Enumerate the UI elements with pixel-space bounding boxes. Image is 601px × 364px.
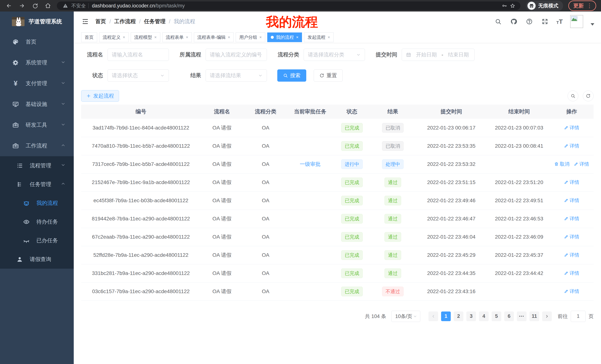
page-button-2[interactable]: 2 xyxy=(454,312,463,321)
process-name-label: 流程名 xyxy=(81,51,103,58)
cell-status: 已完成 xyxy=(332,282,371,301)
detail-link[interactable]: 详情 xyxy=(564,288,579,295)
sidebar-item-done-tasks[interactable]: 已办任务 xyxy=(0,231,74,250)
start-process-button[interactable]: 发起流程 xyxy=(81,90,119,102)
result-select[interactable]: 请选择流结果 xyxy=(206,69,267,82)
status-badge: 通过 xyxy=(384,232,401,242)
process-name-input[interactable] xyxy=(108,49,169,61)
table-row: 7317cec6-7b9b-11ec-b5b7-acde48001122OA 请… xyxy=(81,155,594,173)
page-button-3[interactable]: 3 xyxy=(466,312,476,321)
breadcrumb-task-management[interactable]: 任务管理 xyxy=(144,18,165,25)
search-icon xyxy=(283,73,288,78)
detail-link[interactable]: 详情 xyxy=(564,143,579,149)
password-key-icon[interactable] xyxy=(500,2,509,10)
tab-process-form[interactable]: 流程表单× xyxy=(162,32,192,42)
sidebar-item-system[interactable]: 系统管理 xyxy=(0,52,74,73)
address-bar[interactable]: 不安全 dashboard.yudao.iocoder.cn/bpm/task/… xyxy=(57,1,521,10)
not-secure-warning-icon[interactable] xyxy=(61,2,70,10)
page-button-11[interactable]: 11 xyxy=(530,312,539,321)
fullscreen-icon[interactable] xyxy=(541,18,549,26)
cell-status: 已完成 xyxy=(332,192,371,210)
avatar[interactable] xyxy=(570,15,583,28)
next-page-button[interactable] xyxy=(542,312,552,321)
github-icon[interactable] xyxy=(510,18,518,26)
close-icon[interactable]: × xyxy=(296,35,299,40)
cell-status: 已完成 xyxy=(332,210,371,228)
tab-process-model[interactable]: 流程模型× xyxy=(131,32,160,42)
status-badge: 通过 xyxy=(384,178,401,187)
breadcrumb-workflow[interactable]: 工作流程 xyxy=(114,18,136,25)
prev-page-button[interactable] xyxy=(429,312,438,321)
detail-link[interactable]: 详情 xyxy=(564,179,579,185)
cancel-link[interactable]: 取消 xyxy=(554,161,570,167)
detail-link[interactable]: 详情 xyxy=(564,270,579,277)
cell-actions: 详情 xyxy=(550,264,594,282)
tab-user-group[interactable]: 用户分组× xyxy=(236,32,265,42)
logo[interactable]: 芋道管理系统 xyxy=(0,11,74,31)
cell-end-time: 2022-01-22 23:46:53 xyxy=(489,210,550,228)
sidebar-item-process-management[interactable]: 流程管理 xyxy=(0,156,74,175)
detail-link[interactable]: 详情 xyxy=(564,215,579,222)
tab-start-process[interactable]: 发起流程× xyxy=(304,32,334,42)
page-size-select[interactable]: 10条/页 xyxy=(391,311,420,322)
reload-icon[interactable] xyxy=(31,2,39,10)
toggle-search-button[interactable] xyxy=(568,91,578,101)
collapse-sidebar-icon[interactable] xyxy=(81,18,89,26)
sidebar-item-home[interactable]: 首页 xyxy=(0,31,74,52)
bookmark-star-icon[interactable] xyxy=(509,2,517,10)
detail-link[interactable]: 详情 xyxy=(564,252,579,258)
browser-menu-icon[interactable]: ⋮ xyxy=(587,3,592,9)
page-button-1[interactable]: 1 xyxy=(441,312,451,321)
detail-link[interactable]: 详情 xyxy=(574,161,589,167)
update-button[interactable]: 更新 ⋮ xyxy=(568,0,596,11)
page-button-4[interactable]: 4 xyxy=(479,312,489,321)
refresh-table-button[interactable] xyxy=(583,91,594,101)
home-icon[interactable] xyxy=(44,2,52,10)
help-icon[interactable] xyxy=(525,18,533,26)
cell-current-task xyxy=(288,282,332,301)
font-size-icon[interactable]: TT xyxy=(556,18,563,25)
close-icon[interactable]: × xyxy=(186,35,188,40)
process-definition-input[interactable] xyxy=(206,49,267,61)
status-badge: 不通过 xyxy=(382,287,404,296)
close-icon[interactable]: × xyxy=(228,35,230,40)
close-icon[interactable]: × xyxy=(154,35,157,40)
result-label: 结果 xyxy=(179,72,201,79)
reset-button[interactable]: 重置 xyxy=(314,69,343,82)
cell-status: 已完成 xyxy=(332,137,371,155)
sidebar-item-workflow[interactable]: 工作流程 xyxy=(0,135,74,156)
breadcrumb-home[interactable]: 首页 xyxy=(95,18,106,25)
close-icon[interactable]: × xyxy=(328,35,330,40)
close-icon[interactable]: × xyxy=(259,35,262,40)
tab-home[interactable]: 首页 xyxy=(81,32,97,42)
more-pages-button[interactable]: ••• xyxy=(517,312,527,321)
current-task-link[interactable]: 一级审批 xyxy=(300,161,321,167)
tab-my-process[interactable]: 我的流程× xyxy=(267,32,302,42)
goto-page-input[interactable] xyxy=(571,311,586,322)
sidebar-item-todo-tasks[interactable]: 待办任务 xyxy=(0,212,74,231)
detail-link[interactable]: 详情 xyxy=(564,234,579,240)
header-search-icon[interactable] xyxy=(494,18,502,26)
forward-icon[interactable] xyxy=(18,2,26,10)
calendar-icon xyxy=(406,52,411,57)
page-button-6[interactable]: 6 xyxy=(504,312,514,321)
sidebar-item-infrastructure[interactable]: 基础设施 xyxy=(0,94,74,115)
column-header: 当前审批任务 xyxy=(288,105,332,119)
sidebar-item-payment[interactable]: ¥支付管理 xyxy=(0,73,74,94)
process-category-select[interactable]: 请选择流程分类 xyxy=(304,49,365,61)
back-icon[interactable] xyxy=(5,2,13,10)
detail-link[interactable]: 详情 xyxy=(564,125,579,131)
search-button[interactable]: 搜索 xyxy=(277,69,306,82)
submit-time-range-picker[interactable]: 开始日期 - 结束日期 xyxy=(402,49,474,61)
page-button-5[interactable]: 5 xyxy=(492,312,501,321)
sidebar-item-leave-query[interactable]: 请假查询 xyxy=(0,250,74,269)
sidebar-item-my-process[interactable]: 我的流程 xyxy=(0,194,74,212)
detail-link[interactable]: 详情 xyxy=(564,197,579,204)
user-menu-caret-icon[interactable] xyxy=(591,23,594,26)
tab-process-definition[interactable]: 流程定义× xyxy=(99,32,129,42)
sidebar-item-dev-tools[interactable]: 研发工具 xyxy=(0,115,74,135)
close-icon[interactable]: × xyxy=(123,35,125,40)
status-select[interactable]: 请选择状态 xyxy=(108,69,169,82)
tab-process-form-edit[interactable]: 流程表单-编辑× xyxy=(194,32,234,42)
sidebar-item-task-management[interactable]: 任务管理 xyxy=(0,175,74,194)
